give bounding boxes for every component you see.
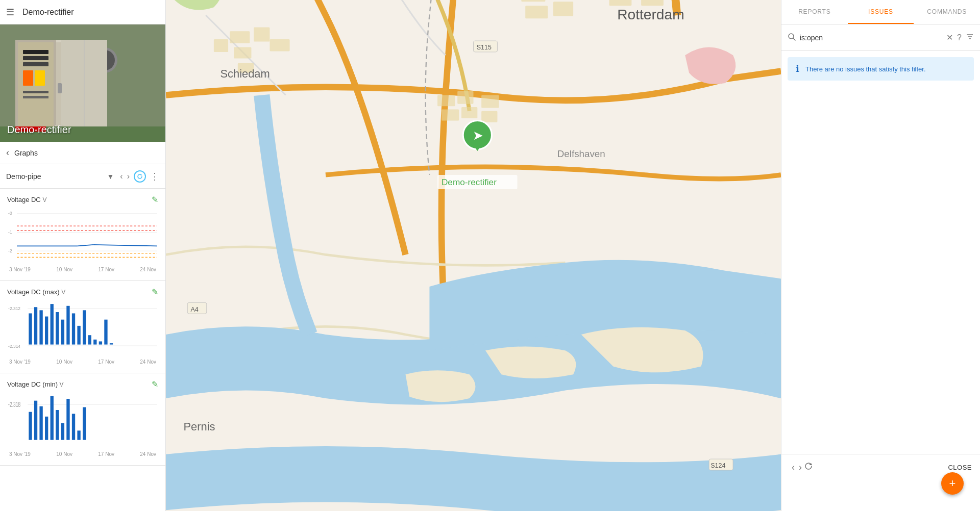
voltage-dc-min-chart: -2.318 (7, 393, 158, 449)
svg-rect-66 (77, 430, 80, 440)
tabs-bar: REPORTS ISSUES COMMANDS (781, 0, 980, 24)
svg-rect-86 (553, 2, 573, 16)
svg-text:-2.318: -2.318 (8, 400, 20, 409)
svg-rect-10 (23, 91, 48, 93)
voltage-dc-edit-icon[interactable]: ✎ (152, 195, 158, 205)
device-image-container: Demo-rectifier (0, 24, 165, 142)
graphs-header: ‹ Graphs (0, 142, 165, 164)
voltage-dc-max-unit: V (61, 289, 65, 296)
search-bar: ✕ ? (781, 24, 980, 51)
map-background: A20 A20 S115 A4 S124 Rotterdam Schiedam … (166, 0, 781, 511)
svg-text:Demo-rectifier: Demo-rectifier (442, 177, 497, 187)
svg-rect-11 (23, 96, 48, 98)
svg-rect-17 (58, 83, 62, 93)
svg-rect-73 (254, 27, 270, 41)
tab-issues[interactable]: ISSUES (848, 0, 914, 24)
fab-button[interactable]: + (941, 472, 964, 495)
pipe-selector: Demo-pipe ▼ ‹ › ⋮ (0, 164, 165, 189)
svg-rect-42 (51, 304, 54, 344)
svg-rect-38 (29, 313, 32, 344)
svg-text:Rotterdam: Rotterdam (617, 7, 684, 22)
svg-text:-0: -0 (8, 211, 12, 216)
svg-rect-9 (35, 70, 45, 86)
svg-rect-41 (45, 317, 48, 345)
svg-text:-1: -1 (8, 229, 12, 235)
clear-search-icon[interactable]: ✕ (946, 33, 953, 42)
svg-rect-57 (29, 412, 32, 440)
voltage-dc-title: Voltage DC V (7, 196, 46, 203)
svg-rect-89 (641, 0, 664, 6)
svg-rect-67 (83, 407, 86, 440)
back-icon[interactable]: ‹ (6, 147, 9, 158)
svg-rect-90 (437, 95, 455, 106)
svg-rect-59 (39, 406, 42, 440)
svg-text:➤: ➤ (473, 128, 483, 142)
svg-rect-52 (104, 320, 107, 345)
right-panel: REPORTS ISSUES COMMANDS ✕ ? ℹ (781, 0, 980, 511)
svg-rect-94 (481, 95, 499, 108)
svg-line-31 (93, 245, 157, 246)
voltage-dc-dates: 3 Nov '1910 Nov17 Nov24 Nov (7, 267, 158, 272)
graphs-title: Graphs (14, 149, 38, 157)
svg-line-30 (77, 245, 93, 246)
svg-text:-2: -2 (8, 248, 12, 253)
close-button[interactable]: CLOSE (948, 464, 972, 471)
svg-rect-39 (34, 307, 37, 344)
svg-rect-43 (56, 312, 59, 345)
help-icon[interactable]: ? (957, 33, 962, 42)
svg-rect-95 (481, 111, 497, 122)
next-pipe-button[interactable]: › (125, 170, 132, 183)
voltage-dc-max-title: Voltage DC (max) V (7, 288, 65, 296)
svg-rect-72 (230, 31, 250, 43)
svg-rect-65 (72, 414, 75, 440)
svg-rect-6 (23, 56, 48, 60)
voltage-dc-unit: V (42, 196, 46, 203)
tab-commands[interactable]: COMMANDS (914, 0, 980, 24)
svg-rect-61 (51, 396, 54, 440)
voltage-dc-min-edit-icon[interactable]: ✎ (152, 379, 158, 389)
device-title: Demo-rectifier (22, 8, 74, 17)
prev-pipe-button[interactable]: ‹ (118, 170, 125, 183)
info-icon: ℹ (796, 63, 799, 74)
svg-rect-87 (609, 0, 632, 6)
svg-text:A4: A4 (191, 306, 199, 313)
voltage-dc-min-card: Voltage DC (min) V ✎ -2.318 (0, 373, 165, 466)
refresh-button[interactable] (804, 462, 813, 473)
voltage-dc-chart: -0 -1 -2 (7, 209, 158, 265)
svg-rect-81 (521, 0, 545, 2)
prev-page-button[interactable]: ‹ (790, 460, 797, 475)
svg-rect-62 (56, 410, 59, 440)
svg-line-119 (793, 38, 795, 40)
svg-rect-53 (110, 343, 113, 344)
pipe-dropdown-icon[interactable]: ▼ (107, 172, 114, 181)
voltage-dc-max-dates: 3 Nov '1910 Nov17 Nov24 Nov (7, 359, 158, 365)
svg-rect-8 (23, 70, 33, 86)
search-input[interactable] (800, 34, 942, 42)
map-container[interactable]: A20 A20 S115 A4 S124 Rotterdam Schiedam … (166, 0, 781, 511)
no-issues-message: ℹ There are no issues that satisfy this … (788, 57, 974, 81)
voltage-dc-max-edit-icon[interactable]: ✎ (152, 287, 158, 297)
filter-icon[interactable] (966, 33, 974, 43)
device-header: ☰ Demo-rectifier (0, 0, 165, 24)
search-icon (788, 33, 796, 43)
svg-rect-74 (234, 47, 251, 59)
svg-rect-60 (45, 417, 48, 440)
more-options-icon[interactable]: ⋮ (150, 171, 159, 182)
voltage-dc-min-title: Voltage DC (min) V (7, 380, 64, 388)
next-page-button[interactable]: › (797, 460, 804, 475)
svg-rect-91 (457, 91, 473, 104)
svg-rect-85 (525, 6, 548, 18)
svg-rect-5 (23, 50, 48, 54)
svg-rect-40 (39, 310, 42, 344)
svg-rect-58 (34, 401, 37, 440)
tab-reports[interactable]: REPORTS (781, 0, 848, 24)
svg-rect-92 (442, 110, 459, 121)
voltage-dc-card: Voltage DC V ✎ -0 -1 -2 (0, 189, 165, 281)
no-issues-text: There are no issues that satisfy this fi… (805, 65, 926, 73)
menu-icon[interactable]: ☰ (6, 7, 14, 18)
svg-text:S115: S115 (477, 44, 492, 51)
svg-rect-45 (66, 306, 69, 345)
svg-text:S124: S124 (710, 462, 725, 469)
svg-rect-7 (23, 62, 48, 66)
svg-rect-48 (83, 310, 86, 344)
